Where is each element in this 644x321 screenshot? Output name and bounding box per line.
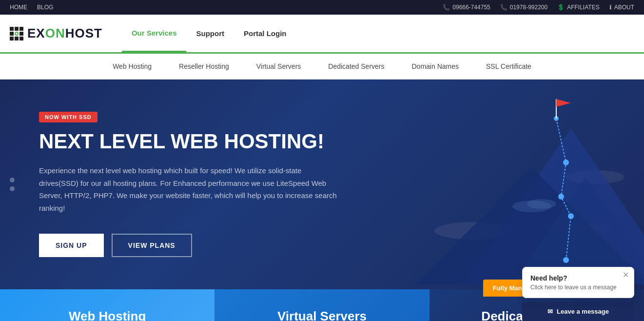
signup-button[interactable]: SIGN UP	[39, 234, 104, 257]
services-submenu: Web Hosting Reseller Hosting Virtual Ser…	[0, 54, 644, 80]
message-icon: ✉	[547, 308, 553, 315]
affiliates-link[interactable]: 💲 AFFILIATES	[557, 4, 599, 11]
top-bar-right: 📞 09666-744755 📞 01978-992200 💲 AFFILIAT…	[443, 4, 634, 11]
main-nav: EXONHOST Our Services Support Portal Log…	[0, 15, 644, 54]
nav-links: Our Services Support Portal Login	[122, 15, 634, 52]
hero-illustration	[376, 80, 644, 289]
hero-title: NEXT LEVEL WEB HOSTING!	[39, 130, 341, 153]
help-bubble: ✕ Need help? Click here to leave us a me…	[522, 267, 634, 298]
phone1-item: 📞 09666-744755	[443, 4, 490, 11]
dollar-icon: 💲	[557, 4, 565, 11]
logo-ex: EX	[27, 26, 45, 40]
phone2-number: 01978-992200	[510, 4, 547, 11]
logo[interactable]: EXONHOST	[10, 26, 102, 41]
help-widget: ✕ Need help? Click here to leave us a me…	[522, 267, 634, 321]
svg-point-7	[568, 213, 574, 219]
svg-point-14	[527, 199, 556, 209]
submenu-ssl-certificate[interactable]: SSL Certificate	[472, 54, 545, 79]
card-virtual-servers[interactable]: Virtual Servers	[215, 289, 429, 321]
phone2-icon: 📞	[500, 4, 507, 11]
nav-home[interactable]: HOME	[10, 4, 27, 11]
about-label: ABOUT	[614, 4, 634, 11]
logo-icon	[10, 27, 23, 40]
leave-message-button[interactable]: ✉ Leave a message	[522, 302, 634, 321]
card-web-label: Web Hosting	[69, 309, 146, 321]
logo-text: EXONHOST	[27, 26, 102, 41]
top-bar-left: HOME BLOG	[10, 4, 53, 11]
nav-blog[interactable]: BLOG	[37, 4, 53, 11]
card-web-hosting[interactable]: Web Hosting	[0, 289, 215, 321]
help-title: Need help?	[530, 274, 626, 282]
logo-host: HOST	[65, 26, 102, 40]
affiliates-label: AFFILIATES	[567, 4, 599, 11]
top-bar: HOME BLOG 📞 09666-744755 📞 01978-992200 …	[0, 0, 644, 15]
leave-message-label: Leave a message	[557, 308, 609, 315]
svg-point-8	[558, 194, 564, 200]
phone1-icon: 📞	[443, 4, 450, 11]
info-icon: ℹ	[609, 4, 612, 11]
blog-label: BLOG	[37, 4, 53, 11]
view-plans-button[interactable]: VIEW PLANS	[112, 234, 192, 257]
hero-badge: NOW WITH SSD	[39, 112, 98, 122]
nav-support[interactable]: Support	[186, 16, 234, 51]
phone2-item: 📞 01978-992200	[500, 4, 547, 11]
submenu-virtual-servers[interactable]: Virtual Servers	[243, 54, 315, 79]
submenu-domain-names[interactable]: Domain Names	[398, 54, 472, 79]
submenu-web-hosting[interactable]: Web Hosting	[99, 54, 165, 79]
hero-content: NOW WITH SSD NEXT LEVEL WEB HOSTING! Exp…	[39, 112, 341, 257]
about-link[interactable]: ℹ ABOUT	[609, 4, 634, 11]
svg-marker-12	[556, 99, 571, 107]
card-virtual-label: Virtual Servers	[277, 309, 367, 321]
nav-portal-login[interactable]: Portal Login	[234, 16, 296, 51]
phone1-number: 09666-744755	[452, 4, 490, 11]
svg-point-9	[563, 160, 569, 165]
hero-buttons: SIGN UP VIEW PLANS	[39, 234, 341, 257]
home-label: HOME	[10, 4, 27, 11]
help-subtitle: Click here to leave us a message	[530, 284, 626, 291]
hero-description: Experience the next level web hosting wh…	[39, 164, 341, 214]
submenu-dedicated-servers[interactable]: Dedicated Servers	[314, 54, 398, 79]
help-close-button[interactable]: ✕	[623, 271, 629, 279]
svg-point-6	[563, 257, 569, 263]
hero-section: NOW WITH SSD NEXT LEVEL WEB HOSTING! Exp…	[0, 80, 644, 289]
slider-dot-1[interactable]	[10, 178, 15, 182]
logo-on: ON	[45, 26, 65, 40]
submenu-reseller-hosting[interactable]: Reseller Hosting	[165, 54, 243, 79]
slider-dot-2[interactable]	[10, 186, 15, 191]
nav-our-services[interactable]: Our Services	[122, 15, 187, 52]
slider-dots	[10, 178, 15, 191]
